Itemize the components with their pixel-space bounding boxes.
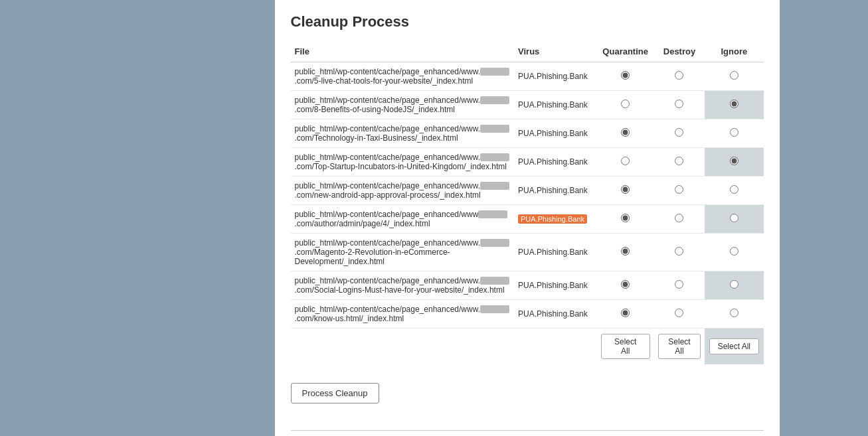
ignore-cell [705,91,763,119]
destroy-cell [654,205,705,234]
destroy-cell [654,91,705,119]
virus-cell: PUA.Phishing.Bank [514,300,597,328]
virus-cell: PUA.Phishing.Bank [514,234,597,271]
table-row: public_html/wp-content/cache/page_enhanc… [291,91,764,119]
quarantine-cell [597,271,654,300]
ignore-cell [705,300,763,328]
quarantine-select-all-cell: Select All [597,328,654,365]
ignore-radio[interactable] [730,309,738,317]
page-title: Cleanup Process [291,13,764,31]
ignore-select-all-cell: Select All [705,328,763,365]
destroy-radio[interactable] [675,128,683,137]
quarantine-radio[interactable] [621,247,630,255]
quarantine-radio[interactable] [621,185,630,194]
main-container: Cleanup Process File Virus Quarantine De… [275,0,780,436]
ignore-radio[interactable] [730,128,738,137]
file-cell: public_html/wp-content/cache/page_enhanc… [291,300,515,328]
virus-cell: PUA.Phishing.Bank [514,205,597,234]
footer: cPanel 11.52.2.4 Home Trademarks Documen… [291,430,764,436]
ignore-cell [705,234,763,271]
ignore-radio[interactable] [730,214,738,222]
col-destroy: Destroy [654,41,705,62]
quarantine-cell [597,177,654,205]
col-quarantine: Quarantine [597,41,654,62]
file-cell: public_html/wp-content/cache/page_enhanc… [291,177,515,205]
select-all-row: Select AllSelect AllSelect All [291,328,764,365]
ignore-select-all-button[interactable]: Select All [709,338,759,354]
quarantine-cell [597,148,654,177]
file-cell: public_html/wp-content/cache/page_enhanc… [291,205,515,234]
quarantine-radio[interactable] [621,128,630,137]
quarantine-cell [597,119,654,148]
destroy-radio[interactable] [675,280,683,289]
ignore-radio[interactable] [730,71,738,80]
ignore-radio[interactable] [730,185,738,194]
quarantine-radio[interactable] [621,280,630,289]
virus-cell: PUA.Phishing.Bank [514,148,597,177]
process-cleanup-button[interactable]: Process Cleanup [291,383,379,403]
destroy-radio[interactable] [675,247,683,255]
destroy-select-all-button[interactable]: Select All [658,334,701,359]
quarantine-cell [597,300,654,328]
ignore-cell [705,205,763,234]
table-row: public_html/wp-content/cache/page_enhanc… [291,234,764,271]
table-row: public_html/wp-content/cache/page_enhanc… [291,300,764,328]
destroy-cell [654,234,705,271]
file-cell: public_html/wp-content/cache/page_enhanc… [291,62,515,91]
virus-cell: PUA.Phishing.Bank [514,62,597,91]
table-row: public_html/wp-content/cache/page_enhanc… [291,119,764,148]
table-row: public_html/wp-content/cache/page_enhanc… [291,177,764,205]
quarantine-cell [597,234,654,271]
destroy-radio[interactable] [675,214,683,222]
ignore-cell [705,177,763,205]
destroy-radio[interactable] [675,71,683,80]
destroy-radio[interactable] [675,185,683,194]
destroy-cell [654,300,705,328]
destroy-radio[interactable] [675,100,683,108]
destroy-cell [654,62,705,91]
select-all-empty [291,328,597,365]
table-row: public_html/wp-content/cache/page_enhanc… [291,271,764,300]
cleanup-table: File Virus Quarantine Destroy Ignore pub… [291,41,764,364]
ignore-radio[interactable] [730,280,738,289]
ignore-radio[interactable] [730,157,738,165]
file-cell: public_html/wp-content/cache/page_enhanc… [291,271,515,300]
file-cell: public_html/wp-content/cache/page_enhanc… [291,91,515,119]
quarantine-radio[interactable] [621,71,630,80]
quarantine-radio[interactable] [621,157,630,165]
ignore-radio[interactable] [730,100,738,108]
quarantine-select-all-button[interactable]: Select All [601,334,650,359]
quarantine-radio[interactable] [621,214,630,222]
col-virus: Virus [514,41,597,62]
table-row: public_html/wp-content/cache/page_enhanc… [291,62,764,91]
ignore-cell [705,62,763,91]
table-row: public_html/wp-content/cache/page_enhanc… [291,148,764,177]
quarantine-radio[interactable] [621,309,630,317]
col-file: File [291,41,515,62]
quarantine-cell [597,62,654,91]
quarantine-radio[interactable] [621,100,630,108]
destroy-radio[interactable] [675,309,683,317]
virus-cell: PUA.Phishing.Bank [514,91,597,119]
ignore-cell [705,148,763,177]
ignore-cell [705,119,763,148]
destroy-cell [654,271,705,300]
destroy-radio[interactable] [675,157,683,165]
destroy-cell [654,177,705,205]
file-cell: public_html/wp-content/cache/page_enhanc… [291,119,515,148]
destroy-cell [654,119,705,148]
virus-cell: PUA.Phishing.Bank [514,119,597,148]
col-ignore: Ignore [705,41,763,62]
ignore-cell [705,271,763,300]
ignore-radio[interactable] [730,247,738,255]
file-cell: public_html/wp-content/cache/page_enhanc… [291,234,515,271]
destroy-cell [654,148,705,177]
virus-cell: PUA.Phishing.Bank [514,177,597,205]
destroy-select-all-cell: Select All [654,328,705,365]
table-row: public_html/wp-content/cache/page_enhanc… [291,205,764,234]
file-cell: public_html/wp-content/cache/page_enhanc… [291,148,515,177]
quarantine-cell [597,205,654,234]
virus-cell: PUA.Phishing.Bank [514,271,597,300]
quarantine-cell [597,91,654,119]
